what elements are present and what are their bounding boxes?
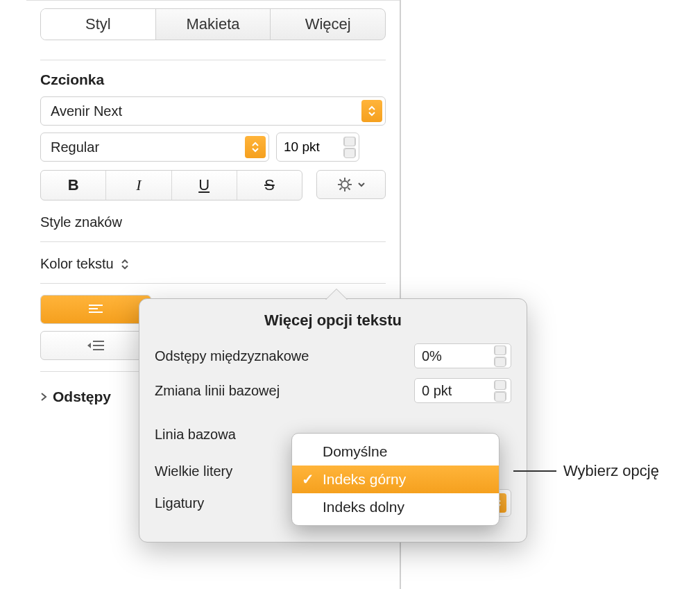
char-spacing-field[interactable]: 0% — [414, 343, 511, 368]
baseline-shift-label: Zmiana linii bazowej — [155, 383, 414, 399]
text-style-group: B I U S — [40, 170, 302, 200]
chevron-right-icon — [40, 392, 47, 402]
svg-line-6 — [348, 188, 350, 190]
spacing-label: Odstępy — [53, 389, 111, 405]
callout-line — [513, 470, 556, 472]
stepper-down[interactable] — [494, 357, 506, 366]
underline-button[interactable]: U — [171, 171, 237, 200]
font-size-stepper[interactable] — [343, 137, 356, 157]
popup-arrows-icon — [361, 100, 382, 122]
baseline-shift-field[interactable]: 0 pkt — [414, 378, 511, 403]
indent-icon — [87, 339, 105, 352]
inspector-tabs: Styl Makieta Więcej — [40, 8, 386, 40]
character-styles-label: Style znaków — [40, 214, 122, 230]
divider — [40, 60, 386, 60]
stepper-up[interactable] — [494, 380, 506, 390]
char-spacing-value: 0% — [422, 348, 442, 364]
callout-text: Wybierz opcję — [563, 462, 659, 480]
text-color-row[interactable]: Kolor tekstu — [40, 256, 386, 272]
text-color-label: Kolor tekstu — [40, 256, 114, 272]
svg-point-0 — [341, 181, 348, 188]
baseline-dropdown-menu: Domyślne Indeks górny Indeks dolny — [291, 433, 500, 526]
italic-button[interactable]: I — [105, 171, 171, 200]
menu-item-superscript[interactable]: Indeks górny — [292, 466, 499, 493]
popover-title: Więcej opcji tekstu — [155, 311, 511, 330]
font-family-popup[interactable]: Avenir Next — [40, 96, 386, 126]
tab-style[interactable]: Styl — [41, 9, 155, 40]
align-left-icon — [88, 304, 103, 315]
stepper-up[interactable] — [494, 345, 506, 355]
char-spacing-stepper[interactable] — [494, 345, 506, 366]
font-family-value: Avenir Next — [51, 103, 361, 119]
stepper-up[interactable] — [343, 137, 356, 146]
align-left-button[interactable] — [41, 296, 151, 323]
gear-icon — [336, 176, 353, 193]
indent-group[interactable] — [40, 331, 151, 360]
chevron-down-icon — [357, 182, 366, 187]
font-size-field[interactable] — [276, 133, 359, 162]
stepper-down[interactable] — [343, 148, 356, 157]
character-styles-row[interactable]: Style znaków — [40, 214, 386, 230]
advanced-options-button[interactable] — [316, 170, 386, 199]
char-spacing-label: Odstępy międzyznakowe — [155, 348, 414, 364]
popup-arrows-icon — [245, 136, 266, 158]
alignment-group — [40, 295, 151, 324]
font-section-heading: Czcionka — [40, 71, 386, 88]
divider — [40, 241, 386, 242]
menu-item-subscript[interactable]: Indeks dolny — [292, 493, 499, 521]
font-size-input[interactable] — [284, 139, 325, 155]
baseline-shift-stepper[interactable] — [494, 380, 506, 401]
baseline-shift-value: 0 pkt — [422, 383, 452, 399]
strikethrough-button[interactable]: S — [237, 171, 302, 200]
svg-line-7 — [340, 188, 342, 190]
font-weight-value: Regular — [51, 139, 245, 155]
chevron-updown-icon — [121, 259, 129, 269]
stepper-down[interactable] — [494, 391, 506, 401]
font-weight-popup[interactable]: Regular — [40, 133, 269, 162]
svg-line-5 — [340, 180, 342, 182]
bold-button[interactable]: B — [41, 171, 105, 200]
tab-layout[interactable]: Makieta — [155, 9, 271, 40]
menu-item-default[interactable]: Domyślne — [292, 438, 499, 466]
tab-more[interactable]: Więcej — [270, 9, 385, 40]
callout: Wybierz opcję — [513, 462, 659, 480]
svg-line-8 — [348, 180, 350, 182]
divider — [40, 283, 386, 284]
